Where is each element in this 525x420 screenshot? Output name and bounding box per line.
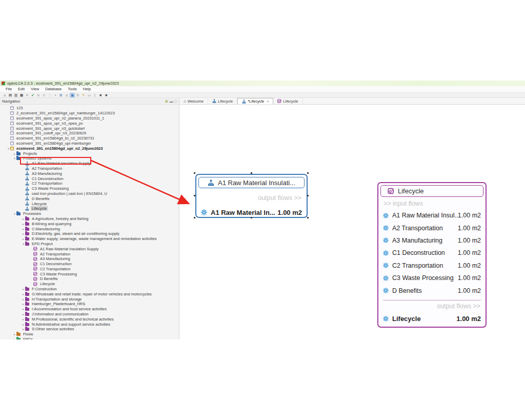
- expand-chevron-icon[interactable]: ▸: [13, 152, 16, 155]
- tree-item[interactable]: Lifecycle: [0, 201, 179, 206]
- expand-chevron-icon[interactable]: ▸: [22, 323, 25, 326]
- expand-chevron-icon[interactable]: ▸: [22, 317, 25, 321]
- expand-chevron-icon[interactable]: ▸: [22, 217, 25, 221]
- expand-chevron-icon[interactable]: ▾: [13, 212, 16, 215]
- tree-item[interactable]: ▸I:Accommodation and food service activi…: [0, 307, 179, 312]
- edit-icon[interactable]: ✎: [81, 93, 86, 97]
- save-all-icon[interactable]: ▦: [19, 93, 24, 97]
- selection-handle[interactable]: [307, 217, 309, 218]
- tree-item[interactable]: C2 Transportation: [0, 181, 179, 186]
- zoom-in-icon[interactable]: ⊕: [36, 93, 41, 97]
- tree-item[interactable]: ▸M:Professional, scientific and technica…: [0, 316, 179, 322]
- tree-item[interactable]: ▸D:Electricity, gas, steam and air condi…: [0, 231, 179, 236]
- node-header-a1[interactable]: A1 Raw Material Insulati...: [198, 177, 305, 188]
- tree-item[interactable]: ecoinvent_391_en15804gd_lci_n2_20230731: [0, 136, 179, 141]
- expand-chevron-icon[interactable]: ▸: [22, 287, 25, 291]
- tree-item[interactable]: ecoinvent_391_en15804gd_upr-Hamburger: [0, 141, 179, 146]
- tree-item[interactable]: C3 Waste Processing: [0, 186, 179, 191]
- layout-vertical-icon[interactable]: ▯: [92, 93, 97, 97]
- expand-chevron-icon[interactable]: ▸: [22, 312, 25, 316]
- expand-chevron-icon[interactable]: ▸: [22, 297, 25, 301]
- graph-node-lifecycle[interactable]: Lifecycle >> input flows A1 Raw Material…: [377, 182, 487, 328]
- selection-handle[interactable]: [251, 172, 252, 174]
- tree-item[interactable]: C2 Transportation: [0, 267, 179, 272]
- save-as-icon[interactable]: ▥: [13, 93, 18, 97]
- menu-edit[interactable]: Edit: [15, 87, 27, 91]
- selection-handle[interactable]: [194, 195, 195, 196]
- layout-horizontal-icon[interactable]: ▭: [87, 93, 92, 97]
- tree-item[interactable]: ▸F:Construction: [0, 287, 179, 292]
- tree-item[interactable]: ecoinvent_391_apos_upr_n2_planera_202310…: [0, 116, 179, 121]
- tree-item[interactable]: 2_ecoinvent_391_en15804gd_upr_hamburger_…: [0, 111, 179, 116]
- tree-item[interactable]: ▸N:Administrative and support service ac…: [0, 322, 179, 327]
- selection-handle[interactable]: [307, 195, 309, 196]
- tree-item[interactable]: Lifecycle: [0, 282, 179, 287]
- tree-item[interactable]: ▸Hamburger_Plasterboard_HRS: [0, 302, 179, 307]
- tree-item[interactable]: A3 Manufacturing: [0, 171, 179, 176]
- tree-item[interactable]: ecoinvent_391_cutoff_upr_n3_20230629: [0, 131, 179, 136]
- stop-icon[interactable]: ■: [98, 93, 103, 97]
- minimize-view-icon[interactable]: ▬: [170, 99, 173, 103]
- expand-chevron-icon[interactable]: ▸: [22, 292, 25, 296]
- tree-item[interactable]: ▸B:Mining and quarrying: [0, 221, 179, 226]
- expand-chevron-icon[interactable]: ▸: [22, 222, 25, 226]
- expand-chevron-icon[interactable]: ▸: [22, 302, 25, 306]
- expand-chevron-icon[interactable]: ▾: [7, 147, 10, 150]
- menu-help[interactable]: Help: [80, 87, 93, 91]
- expand-chevron-icon[interactable]: ▸: [22, 227, 25, 231]
- expand-chevron-icon[interactable]: ▸: [22, 327, 25, 331]
- input-flows-label[interactable]: >> input flows: [383, 200, 423, 207]
- menu-tools[interactable]: Tools: [65, 87, 79, 91]
- tree-item[interactable]: A2 Transportation: [0, 251, 179, 256]
- tree-item[interactable]: ecoinvent_391_apos_upr_n3_opea_pv: [0, 121, 179, 126]
- run-icon[interactable]: ■: [104, 93, 109, 97]
- fit-page-icon[interactable]: □: [47, 93, 52, 97]
- flow-row[interactable]: C3 Waste Processing1.00 m2: [378, 272, 486, 284]
- graph-node-a1-raw-material[interactable]: A1 Raw Material Insulati... output flows…: [195, 174, 308, 218]
- close-icon[interactable]: ×: [53, 93, 58, 97]
- tree-item[interactable]: ▸A:Agriculture, forestry and fishing: [0, 216, 179, 222]
- tree-item[interactable]: C1 Deconstruction: [0, 262, 179, 267]
- tree-item[interactable]: ▸E:Water supply; sewerage, waste managem…: [0, 236, 179, 242]
- tree-item[interactable]: C3 Waste Processing: [0, 271, 179, 276]
- expand-chevron-icon[interactable]: ▸: [13, 332, 16, 336]
- flow-row[interactable]: D Benefits1.00 m2: [378, 284, 486, 296]
- tab-lifecycle[interactable]: Lifecycle: [208, 98, 237, 104]
- menu-database[interactable]: Database: [43, 87, 64, 91]
- active-editor-icon[interactable]: ▣: [70, 93, 75, 97]
- tree-item[interactable]: ▸S:Other service activities: [0, 327, 179, 332]
- tree-item[interactable]: D Benefits: [0, 276, 179, 282]
- flow-row[interactable]: A1 Raw Material Insul...1.00 m2: [378, 209, 486, 222]
- tree-item[interactable]: ▸J:Information and communication: [0, 312, 179, 317]
- flow-row[interactable]: C1 Deconstruction1.00 m2: [378, 247, 486, 259]
- selection-handle[interactable]: [307, 172, 309, 174]
- zoom-out-icon[interactable]: ⊖: [42, 93, 47, 97]
- flow-row[interactable]: C2 Transportation1.00 m2: [378, 259, 486, 272]
- refresh-icon[interactable]: ↻: [75, 93, 80, 97]
- expand-chevron-icon[interactable]: ▸: [22, 232, 25, 235]
- selection-handle[interactable]: [251, 217, 252, 218]
- tab-lifecycle[interactable]: *Lifecycle×: [237, 98, 273, 104]
- maximize-view-icon[interactable]: □: [175, 99, 177, 103]
- filter-icon[interactable]: ✿: [165, 99, 168, 103]
- expand-chevron-icon[interactable]: ▸: [13, 337, 16, 339]
- flow-row[interactable]: A3 Manufacturing1.00 m2: [378, 234, 486, 247]
- tree-item[interactable]: ▸G:Wholesale and retail trade; repair of…: [0, 291, 179, 296]
- expand-chevron-icon[interactable]: ▾: [13, 156, 16, 160]
- output-flows-label[interactable]: output flows >>: [258, 194, 301, 202]
- selection-handle[interactable]: [194, 172, 195, 174]
- validate-icon[interactable]: ✔: [30, 93, 35, 97]
- tree-item[interactable]: D Benefits: [0, 196, 179, 201]
- flow-row[interactable]: A1 Raw Material In...1.00 m2: [196, 207, 307, 218]
- tree-item[interactable]: ▾ecoinvent_391_en15804gd_upr_n2_29june20…: [0, 146, 179, 151]
- tree-item[interactable]: A3 Manufacturing: [0, 256, 179, 262]
- tree-item[interactable]: ▸EPDs: [0, 337, 179, 339]
- tab-welcome[interactable]: ⌂Welcome: [179, 98, 208, 104]
- delete-icon[interactable]: ✕: [25, 93, 30, 97]
- expand-chevron-icon[interactable]: ▸: [22, 237, 25, 241]
- tree-item[interactable]: ▾Processes: [0, 211, 179, 216]
- flow-row[interactable]: Lifecycle1.00 m2: [378, 312, 486, 325]
- close-tab-icon[interactable]: ×: [267, 99, 269, 103]
- tree-item[interactable]: cast iron production | cast iron | EN158…: [0, 191, 179, 196]
- welcome-icon[interactable]: ⌂: [64, 93, 69, 97]
